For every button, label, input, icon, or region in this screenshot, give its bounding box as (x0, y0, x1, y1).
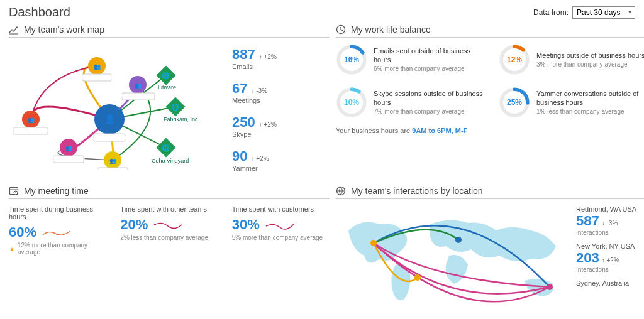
svg-text:Litware: Litware (158, 84, 176, 90)
world-map (336, 205, 569, 306)
svg-text:👥: 👥 (65, 144, 73, 152)
stat-yammer: 90↑ +2%Yammer (232, 148, 330, 172)
sparkline-icon (265, 219, 295, 231)
date-range-filter: Data from: Past 30 days (533, 6, 635, 19)
svg-text:Sales Team: Sales Team (82, 74, 113, 80)
svg-text:🌐: 🌐 (162, 144, 170, 152)
data-from-label: Data from: (533, 8, 569, 17)
clock-icon (336, 24, 346, 35)
loc-sydney: Sydney, Australia (576, 279, 644, 287)
stat-skype: 250↑ +2%Skype (232, 114, 330, 138)
svg-point-47 (414, 274, 421, 281)
location-stats: Redmond, WA USA 587↓ -3% Interactions Ne… (576, 205, 644, 306)
svg-point-45 (370, 240, 377, 246)
panel-interactions-location: My team's interactions by location (336, 186, 644, 306)
svg-text:Mario's Team: Mario's Team (121, 93, 157, 99)
stat-meetings: 67↓ -3%Meetings (232, 80, 330, 104)
svg-text:👥: 👥 (135, 82, 142, 89)
panel-work-map: My team's work map 🌐 Litware 🌐 F (9, 24, 330, 172)
section-title: My team's interactions by location (351, 186, 483, 196)
svg-text:Coho Vineyard: Coho Vineyard (152, 158, 189, 164)
meeting-customers: Time spent with customers 30% 5% more th… (232, 205, 330, 256)
svg-text:👥: 👥 (109, 157, 117, 165)
page-title: Dashboard (9, 5, 70, 19)
business-hours-note: Your business hours are 9AM to 6PM, M-F (336, 127, 644, 134)
svg-text:🌐: 🌐 (171, 103, 179, 111)
warning-icon: ▲ (9, 246, 15, 252)
section-title: My team's work map (24, 24, 104, 35)
meeting-business-hours: Time spent during business hours 60% ▲12… (9, 205, 106, 256)
svg-text:🌐: 🌐 (162, 72, 170, 80)
donut-skype: 10% Skype sessions outside of business h… (336, 87, 487, 118)
svg-text:Product Team: Product Team (12, 127, 49, 134)
section-title: My meeting time (24, 186, 89, 196)
stat-emails: 887↑ +2%Emails (232, 46, 330, 70)
calendar-clock-icon (9, 186, 19, 196)
date-range-select[interactable]: Past 30 days (572, 6, 635, 19)
svg-text:Fabrikam, Inc: Fabrikam, Inc (164, 116, 198, 122)
donut-yammer: 25% Yammer conversations outside of busi… (499, 87, 644, 118)
section-title: My work life balance (351, 24, 431, 35)
panel-meeting-time: My meeting time Time spent during busine… (9, 186, 330, 306)
panel-work-life-balance: My work life balance 16% Emails sent out… (336, 24, 644, 172)
svg-text:👥: 👥 (94, 63, 101, 70)
sparkline-icon (42, 226, 72, 239)
svg-text:👤: 👤 (104, 114, 116, 124)
svg-point-48 (547, 284, 553, 290)
work-map-stats: 887↑ +2%Emails 67↓ -3%Meetings 250↑ +2%S… (232, 44, 330, 172)
svg-text:Gopi's Team: Gopi's Team (96, 168, 130, 170)
svg-point-46 (455, 237, 462, 243)
donut-meetings: 12% Meetings outside of business hours3%… (499, 44, 644, 75)
work-map-graph: 🌐 Litware 🌐 Fabrikam, Inc 🌐 Coho Vineyar… (9, 44, 219, 170)
svg-text:👥: 👥 (28, 116, 35, 124)
donut-emails: 16% Emails sent outside of business hour… (336, 44, 487, 75)
sparkline-icon (153, 219, 183, 231)
svg-text:Sara's Team: Sara's Team (52, 156, 85, 162)
loc-redmond: Redmond, WA USA 587↓ -3% Interactions (576, 205, 644, 236)
globe-icon (336, 186, 346, 196)
svg-text:Julia's Team: Julia's Team (93, 134, 126, 141)
meeting-other-teams: Time spent with other teams 20% 2% less … (120, 205, 218, 256)
chart-up-icon (9, 24, 19, 35)
loc-newyork: New York, NY USA 203↑ +2% Interactions (576, 242, 644, 273)
